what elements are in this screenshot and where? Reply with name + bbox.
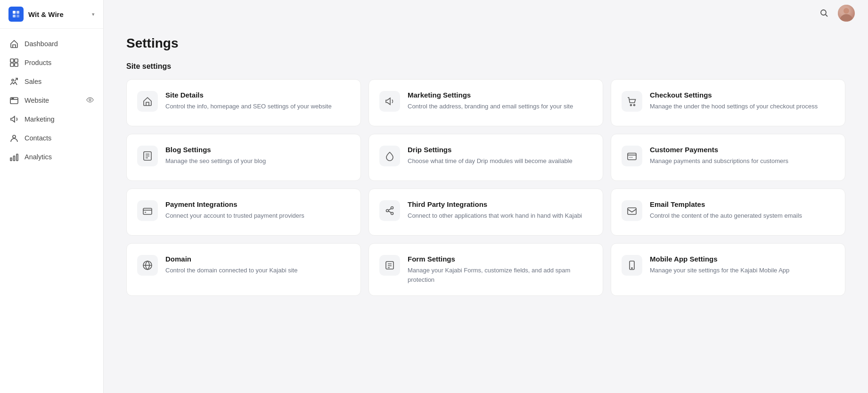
- brand-header[interactable]: Wit & Wire ▾: [0, 0, 103, 29]
- search-button[interactable]: [817, 6, 831, 20]
- mobile-app-icon: [622, 255, 642, 276]
- card-title: Form Settings: [408, 255, 592, 263]
- sidebar-item-sales[interactable]: Sales: [0, 72, 103, 91]
- card-text: Email Templates Control the content of t…: [650, 200, 835, 221]
- settings-card-blog-settings[interactable]: Blog Settings Manage the seo settings of…: [126, 134, 361, 181]
- settings-card-drip-settings[interactable]: Drip Settings Choose what time of day Dr…: [368, 134, 603, 181]
- marketing-settings-icon: [379, 91, 400, 112]
- card-desc: Manage the seo settings of your blog: [165, 156, 350, 166]
- svg-rect-15: [14, 156, 15, 161]
- card-desc: Control the address, branding and email …: [408, 102, 592, 111]
- svg-rect-14: [10, 158, 12, 161]
- sidebar-item-label: Contacts: [25, 134, 51, 142]
- sidebar-item-contacts[interactable]: Contacts: [0, 129, 103, 147]
- payment-integrations-icon: [137, 200, 158, 221]
- card-title: Site Details: [165, 91, 350, 99]
- card-title: Marketing Settings: [408, 91, 592, 99]
- sidebar-item-analytics[interactable]: Analytics: [0, 147, 103, 166]
- card-text: Mobile App Settings Manage your site set…: [650, 255, 835, 275]
- svg-rect-23: [143, 208, 152, 214]
- brand-chevron-icon: ▾: [92, 11, 95, 17]
- card-desc: Manage payments and subscriptions for cu…: [650, 156, 835, 166]
- blog-settings-icon: [137, 146, 158, 166]
- home-icon: [9, 39, 19, 49]
- svg-rect-22: [628, 153, 636, 160]
- card-desc: Manage your Kajabi Forms, customize fiel…: [408, 266, 592, 284]
- settings-card-domain[interactable]: Domain Control the domain connected to y…: [126, 243, 361, 296]
- content-area: Settings Site settings Site Details Cont…: [104, 26, 868, 315]
- card-title: Third Party Integrations: [408, 200, 592, 208]
- sidebar: Wit & Wire ▾ Dashboard: [0, 0, 104, 393]
- main-content: Settings Site settings Site Details Cont…: [104, 0, 868, 393]
- svg-rect-7: [15, 63, 18, 66]
- svg-point-31: [631, 268, 632, 269]
- svg-rect-0: [13, 11, 16, 14]
- svg-rect-4: [10, 59, 14, 62]
- settings-card-email-templates[interactable]: Email Templates Control the content of t…: [611, 188, 845, 236]
- svg-point-13: [13, 135, 16, 138]
- settings-grid: Site Details Control the info, homepage …: [126, 79, 845, 296]
- sidebar-item-label: Analytics: [25, 153, 52, 161]
- domain-icon: [137, 255, 158, 276]
- card-text: Marketing Settings Control the address, …: [408, 91, 592, 111]
- card-text: Form Settings Manage your Kajabi Forms, …: [408, 255, 592, 284]
- svg-rect-3: [16, 15, 19, 17]
- svg-rect-5: [15, 59, 18, 62]
- svg-point-25: [391, 207, 393, 209]
- settings-card-mobile-app[interactable]: Mobile App Settings Manage your site set…: [611, 243, 845, 296]
- site-details-icon: [137, 91, 158, 112]
- form-settings-icon: [379, 255, 400, 276]
- card-desc: Control the info, homepage and SEO setti…: [165, 102, 350, 111]
- email-templates-icon: [622, 200, 642, 221]
- settings-card-checkout-settings[interactable]: Checkout Settings Manage the under the h…: [611, 79, 845, 126]
- card-text: Domain Control the domain connected to y…: [165, 255, 350, 275]
- card-desc: Choose what time of day Drip modules wil…: [408, 156, 592, 166]
- svg-point-10: [12, 98, 13, 99]
- sidebar-item-dashboard[interactable]: Dashboard: [0, 34, 103, 53]
- sidebar-item-marketing[interactable]: Marketing: [0, 110, 103, 129]
- avatar-image: [838, 5, 855, 22]
- svg-point-8: [12, 79, 14, 81]
- card-text: Site Details Control the info, homepage …: [165, 91, 350, 111]
- card-title: Drip Settings: [408, 146, 592, 154]
- svg-point-17: [821, 10, 826, 15]
- svg-point-24: [386, 210, 389, 212]
- svg-point-26: [391, 213, 393, 215]
- sidebar-item-label: Sales: [25, 78, 41, 85]
- card-text: Blog Settings Manage the seo settings of…: [165, 146, 350, 166]
- nav-list: Dashboard Products: [0, 29, 103, 172]
- card-desc: Connect your account to trusted payment …: [165, 211, 350, 221]
- svg-rect-1: [16, 11, 19, 14]
- settings-card-third-party[interactable]: Third Party Integrations Connect to othe…: [368, 188, 603, 236]
- sidebar-item-products[interactable]: Products: [0, 53, 103, 72]
- settings-card-form-settings[interactable]: Form Settings Manage your Kajabi Forms, …: [368, 243, 603, 296]
- card-text: Drip Settings Choose what time of day Dr…: [408, 146, 592, 166]
- card-desc: Connect to other applications that work …: [408, 211, 592, 221]
- eye-icon: [86, 96, 94, 105]
- sidebar-item-label: Dashboard: [25, 40, 58, 48]
- card-title: Domain: [165, 255, 350, 263]
- settings-card-site-details[interactable]: Site Details Control the info, homepage …: [126, 79, 361, 126]
- svg-point-20: [634, 105, 635, 106]
- card-desc: Manage your site settings for the Kajabi…: [650, 266, 835, 275]
- svg-point-19: [631, 105, 632, 106]
- brand-name: Wit & Wire: [28, 10, 87, 18]
- settings-card-payment-integrations[interactable]: Payment Integrations Connect your accoun…: [126, 188, 361, 236]
- third-party-icon: [379, 200, 400, 221]
- sidebar-item-label: Marketing: [25, 115, 55, 123]
- card-text: Third Party Integrations Connect to othe…: [408, 200, 592, 221]
- drip-settings-icon: [379, 146, 400, 166]
- user-avatar[interactable]: [838, 5, 855, 22]
- settings-card-marketing-settings[interactable]: Marketing Settings Control the address, …: [368, 79, 603, 126]
- svg-point-18: [843, 8, 849, 14]
- sidebar-item-label: Website: [25, 97, 49, 104]
- settings-card-customer-payments[interactable]: Customer Payments Manage payments and su…: [611, 134, 845, 181]
- sidebar-item-label: Products: [25, 59, 51, 66]
- topbar: [104, 0, 868, 26]
- sidebar-item-website[interactable]: Website: [0, 91, 103, 110]
- svg-point-11: [13, 98, 14, 99]
- card-title: Mobile App Settings: [650, 255, 835, 263]
- svg-point-12: [89, 99, 91, 101]
- card-title: Email Templates: [650, 200, 835, 208]
- card-title: Payment Integrations: [165, 200, 350, 208]
